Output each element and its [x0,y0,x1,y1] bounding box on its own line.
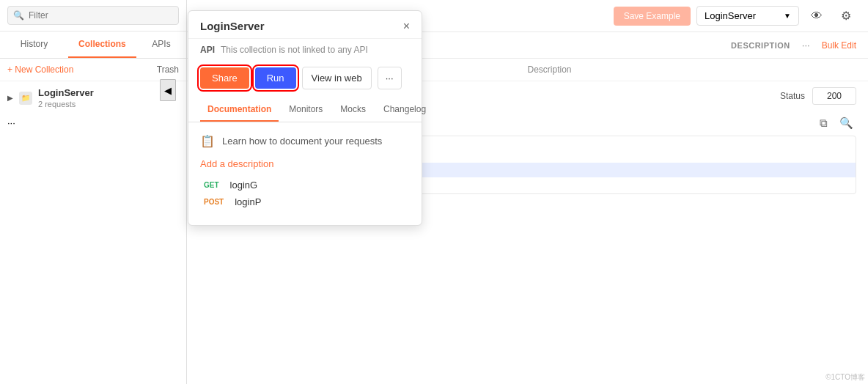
workspace-chevron-icon: ▼ [784,12,791,20]
collection-folder-icon: 📁 [19,92,32,105]
learn-icon: 📋 [200,134,215,148]
sidebar-actions: + New Collection Trash [0,59,186,81]
modal-tab-changelog[interactable]: Changelog [376,98,433,122]
copy-icon-button[interactable]: ⧉ [817,114,831,133]
collection-expand-arrow: ▶ [7,94,19,102]
sidebar: 🔍 History Collections APIs + New Collect… [0,0,187,384]
new-collection-button[interactable]: + New Collection [7,64,73,75]
sidebar-tab-apis[interactable]: APIs [136,32,186,58]
workspace-select[interactable]: LoginServer ▼ [696,6,799,26]
collection-item-loginserver[interactable]: ▶ 📁 LoginServer 2 requests [0,81,186,114]
api-label: API [200,45,215,55]
request-item-get[interactable]: GET loginG [200,180,410,191]
request-name-loging: loginG [230,180,258,191]
sidebar-tab-collections[interactable]: Collections [68,32,136,58]
bulk-edit-button[interactable]: Bulk Edit [822,40,856,51]
modal-close-button[interactable]: × [403,21,410,32]
sidebar-collapse-button[interactable]: ◀ [160,79,176,101]
modal-action-buttons: Share Run View in web ··· [188,61,422,98]
search-icon: 🔍 [839,117,853,129]
search-input[interactable] [7,6,179,25]
learn-docs-row: 📋 Learn how to document your requests [200,134,410,148]
description-column-header: DESCRIPTION [731,41,790,50]
sidebar-more-dots[interactable]: ··· [0,114,186,131]
request-item-post[interactable]: POST loginP [200,196,410,207]
api-notice: This collection is not linked to any API [221,45,368,55]
run-button[interactable]: Run [255,67,296,89]
get-method-badge: GET [200,180,223,191]
workspace-name: LoginServer [705,10,756,21]
eye-icon: 👁 [811,10,823,23]
description-cell: Description [528,64,857,75]
modal-more-button[interactable]: ··· [378,67,402,89]
request-name-loginp: loginP [235,196,261,207]
modal-tab-documentation[interactable]: Documentation [200,98,279,122]
watermark: ©1CTO博客 [825,372,865,383]
post-method-badge: POST [200,196,227,207]
sidebar-tabs: History Collections APIs [0,32,186,59]
search-response-button[interactable]: 🔍 [836,114,856,133]
settings-icon-button[interactable]: ⚙ [834,4,858,28]
sidebar-search-area: 🔍 [0,0,186,32]
modal-body: 📋 Learn how to document your requests Ad… [188,122,422,225]
collection-name: LoginServer [38,87,179,98]
add-description-link[interactable]: Add a description [200,158,410,169]
modal-tabs: Documentation Monitors Mocks Changelog [188,98,422,122]
collection-modal: LoginServer × API This collection is not… [188,10,422,226]
learn-docs-text: Learn how to document your requests [222,136,382,147]
search-icon: 🔍 [13,10,24,21]
modal-header: LoginServer × [188,11,422,39]
modal-api-row: API This collection is not linked to any… [188,39,422,61]
copy-icon: ⧉ [820,117,828,129]
eye-icon-button[interactable]: 👁 [805,4,828,28]
save-example-button[interactable]: Save Example [614,7,691,26]
gear-icon: ⚙ [841,9,851,23]
share-button[interactable]: Share [200,67,249,89]
collection-request-count: 2 requests [38,100,179,108]
params-more-dots[interactable]: ··· [802,40,810,51]
status-label: Status [780,91,805,101]
modal-title: LoginServer [200,20,265,32]
trash-button[interactable]: Trash [157,64,179,75]
modal-tab-monitors[interactable]: Monitors [282,98,330,122]
sidebar-tab-history[interactable]: History [0,32,68,58]
view-in-web-button[interactable]: View in web [302,67,372,89]
modal-tab-mocks[interactable]: Mocks [333,98,373,122]
status-input[interactable] [812,87,856,105]
